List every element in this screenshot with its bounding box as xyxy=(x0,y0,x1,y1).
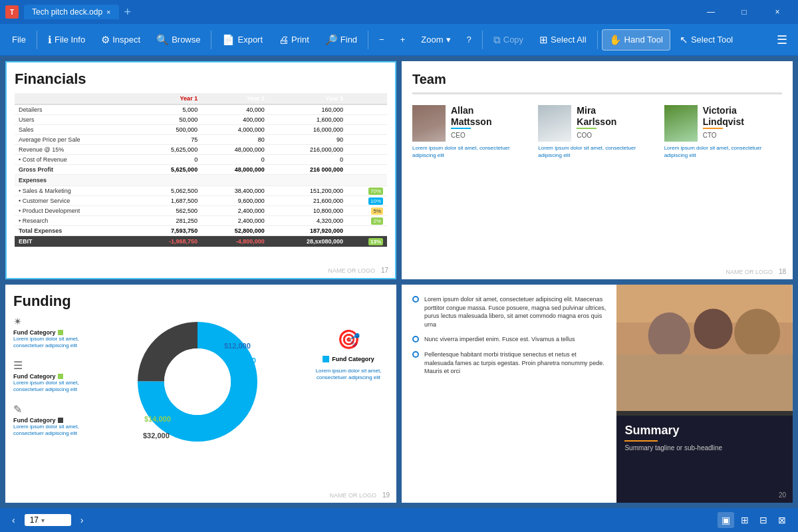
export-label: Export xyxy=(237,35,263,45)
page-dropdown[interactable]: ▾ xyxy=(41,517,45,524)
print-button[interactable]: 🖨 Print xyxy=(272,30,316,49)
slide-20[interactable]: Lorem ipsum dolor sit amet, consectetuer… xyxy=(402,285,793,503)
team-members-container: AllanMattsson CEO Lorem ipsum dolor sit … xyxy=(412,105,782,159)
label-32k: $32,000 xyxy=(143,432,170,440)
view-single-button[interactable]: ▣ xyxy=(718,512,734,528)
print-label: Print xyxy=(291,35,309,45)
legend-icon-3: ✎ xyxy=(13,403,86,416)
export-icon: 📄 xyxy=(222,34,235,46)
nav-prev-button[interactable]: ‹ xyxy=(8,512,19,528)
slide-17[interactable]: Financials Year 1 Year 2 Year 3 Detailer… xyxy=(5,61,396,279)
bullet-text-1: Lorem ipsum dolor sit amet, consectetuer… xyxy=(424,295,606,329)
bullet-2: Nunc viverra imperdiet enim. Fusce est. … xyxy=(412,335,606,344)
member1-role: CEO xyxy=(451,132,491,139)
donut-chart-area: $12,000 $82,000 $14,000 $32,000 xyxy=(92,315,303,448)
help-button[interactable]: ? xyxy=(460,31,478,49)
bullet-1: Lorem ipsum dolor sit amet, consectetuer… xyxy=(412,295,606,329)
find-button[interactable]: 🔎 Find xyxy=(319,30,364,50)
member1-desc: Lorem ipsum dolor sit amet, consectetuer… xyxy=(412,144,530,159)
legend-icon-2: ☰ xyxy=(13,359,86,372)
table-row: • Sales & Marketing5,062,50038,400,00015… xyxy=(15,186,387,196)
summary-left-panel: Lorem ipsum dolor sit amet, consectetuer… xyxy=(402,285,616,503)
donut-center xyxy=(164,348,231,415)
financials-table: Year 1 Year 2 Year 3 Detailers5,00040,00… xyxy=(15,93,387,247)
tab-close-icon[interactable]: × xyxy=(106,8,110,16)
member3-photo xyxy=(664,105,698,142)
copy-button[interactable]: ⧉ Copy xyxy=(487,30,530,50)
member3-role: CTO xyxy=(703,132,744,139)
hand-tool-icon: ✋ xyxy=(609,34,622,46)
summary-right-panel: Summary Summary tagline or sub-headline xyxy=(616,285,793,503)
maximize-button[interactable]: □ xyxy=(729,1,759,23)
table-row: Detailers5,00040,000160,000 xyxy=(15,104,387,115)
member3-desc: Lorem ipsum dolor sit amet, consectetuer… xyxy=(664,144,782,159)
table-row: • Research281,2502,400,0004,320,0002% xyxy=(15,216,387,226)
file-menu[interactable]: File xyxy=(5,31,33,49)
bullet-text-3: Pellentesque habitant morbi tristique se… xyxy=(424,350,606,376)
bullet-circle-1 xyxy=(412,296,419,303)
zoom-in-button[interactable]: + xyxy=(394,31,412,49)
zoom-in-icon: + xyxy=(400,35,406,45)
export-button[interactable]: 📄 Export xyxy=(215,30,269,50)
toolbar-separator-4 xyxy=(482,31,483,49)
view-fit-button[interactable]: ⊠ xyxy=(774,512,790,528)
donut-chart: $12,000 $82,000 $14,000 $32,000 xyxy=(131,315,264,448)
slide-18[interactable]: Team AllanMattsson CEO Lorem ipsum dolor… xyxy=(402,61,793,279)
close-button[interactable]: × xyxy=(762,1,793,23)
table-row: Revenue @ 15%5,625,00048,000,000216,000,… xyxy=(15,145,387,155)
view-double-button[interactable]: ⊞ xyxy=(737,512,753,528)
slide-19[interactable]: Funding ✴ Fund Category Lorem ipsum dolo… xyxy=(5,285,396,503)
slide19-number: 19 xyxy=(382,491,390,499)
new-tab-button[interactable]: + xyxy=(124,5,132,19)
select-all-label: Select All xyxy=(551,35,586,45)
fund-cat-right-desc: Lorem ipsum dolor sit amet, consectetuer… xyxy=(309,368,388,382)
member1-name: AllanMattsson xyxy=(451,105,491,128)
label-14k: $14,000 xyxy=(144,415,171,423)
member2-desc: Lorem ipsum dolor sit amet, consectetuer… xyxy=(538,144,656,159)
member1-role-bar xyxy=(451,128,471,129)
select-all-icon: ⊞ xyxy=(539,34,548,46)
zoom-label: Zoom xyxy=(421,35,443,45)
svg-point-3 xyxy=(694,309,733,349)
view-grid-button[interactable]: ⊟ xyxy=(755,512,771,528)
zoom-chevron-icon: ▾ xyxy=(446,35,451,45)
slide18-title: Team xyxy=(412,72,782,94)
legend-desc-3: Lorem ipsum dolor sit amet, consectetuer… xyxy=(13,424,86,438)
file-tab[interactable]: Tech pitch deck.odp × xyxy=(24,5,119,19)
label-12k: $12,000 xyxy=(224,342,251,350)
table-row-gross-profit: Gross Profit5,625,00048,000,000216 000,0… xyxy=(15,165,387,175)
browse-button[interactable]: 🔍 Browse xyxy=(150,30,207,50)
select-all-button[interactable]: ⊞ Select All xyxy=(533,30,593,50)
menu-button[interactable]: ☰ xyxy=(771,27,793,53)
select-tool-label: Select Tool xyxy=(691,35,733,45)
bullet-circle-3 xyxy=(412,351,419,358)
table-row: • Customer Service1,687,5009,600,00021,6… xyxy=(15,196,387,206)
slide20-number: 20 xyxy=(779,491,786,499)
select-tool-button[interactable]: ↖ Select Tool xyxy=(673,30,739,50)
member1-photo xyxy=(412,105,446,142)
find-icon: 🔎 xyxy=(325,34,338,46)
page-indicator: 17 ▾ xyxy=(25,514,71,526)
bullet-text-2: Nunc viverra imperdiet enim. Fusce est. … xyxy=(424,335,575,344)
minimize-button[interactable]: — xyxy=(696,1,726,23)
hand-tool-button[interactable]: ✋ Hand Tool xyxy=(602,29,670,51)
label-82k: $82,000 xyxy=(229,356,256,364)
file-info-label: File Info xyxy=(55,35,85,45)
summary-accent-line xyxy=(624,440,658,442)
col-header-item xyxy=(15,93,137,104)
nav-next-button[interactable]: › xyxy=(76,512,88,528)
legend-label-2: Fund Category xyxy=(13,373,86,380)
find-label: Find xyxy=(340,35,357,45)
member2-header: MiraKarlsson COO xyxy=(538,105,656,142)
copy-label: Copy xyxy=(503,35,523,45)
inspect-button[interactable]: ⚙ Inspect xyxy=(94,30,147,50)
zoom-out-button[interactable]: − xyxy=(372,31,391,49)
view-buttons: ▣ ⊞ ⊟ ⊠ xyxy=(718,512,790,528)
legend-label-1: Fund Category xyxy=(13,329,86,336)
svg-point-2 xyxy=(648,313,691,358)
legend-desc-2: Lorem ipsum dolor sit amet, consectetuer… xyxy=(13,380,86,394)
summary-photo-svg xyxy=(616,285,793,411)
file-info-button[interactable]: ℹ File Info xyxy=(41,30,92,50)
toolbar-separator-5 xyxy=(597,31,598,49)
zoom-dropdown[interactable]: Zoom ▾ xyxy=(414,31,457,49)
